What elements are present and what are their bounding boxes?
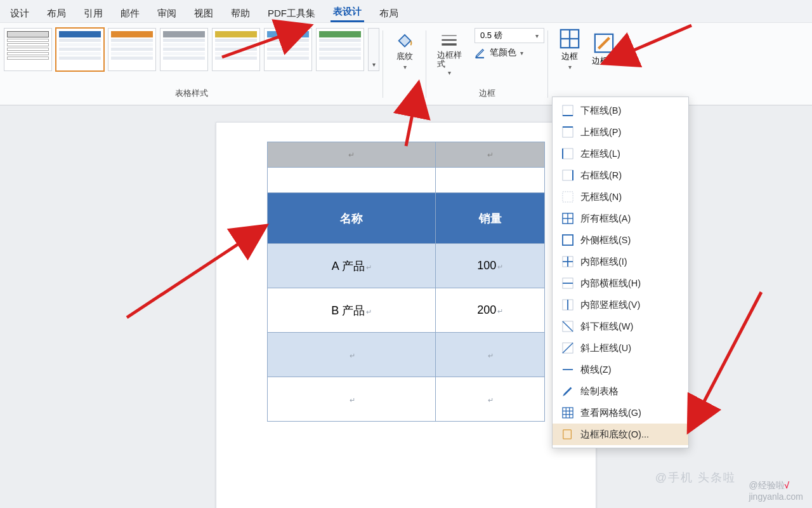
document-canvas[interactable]: ↵↵ 名称 销量 A 产品↵ 100↵ B 产品↵ 200↵ ↵↵ ↵↵: [0, 105, 812, 508]
tab-help[interactable]: 帮助: [228, 4, 252, 22]
svg-rect-14: [563, 170, 573, 180]
border-style-label: 边框样 式: [437, 51, 462, 68]
tab-view[interactable]: 视图: [192, 4, 216, 22]
table-style-yellow[interactable]: [212, 28, 260, 71]
menu-border-diag-down[interactable]: 斜下框线(W): [553, 316, 688, 337]
shading-label: 底纹: [396, 51, 413, 62]
chevron-down-icon: ▾: [535, 32, 539, 39]
header-cell[interactable]: 销量: [436, 193, 545, 244]
data-cell[interactable]: B 产品↵: [268, 288, 436, 333]
borders-split-label: 边框: [561, 51, 578, 62]
menu-border-inside[interactable]: 内部框线(I): [553, 251, 688, 272]
border-right-icon: [561, 169, 574, 182]
border-top-icon: [561, 126, 574, 138]
border-painter-button[interactable]: 边框刷: [589, 28, 619, 70]
border-painter-icon: [593, 32, 615, 54]
svg-rect-12: [563, 149, 573, 159]
tab-references[interactable]: 引用: [81, 4, 105, 22]
shading-button[interactable]: 底纹 ▾: [387, 28, 422, 73]
borders-split-button[interactable]: 边框 ▾: [554, 28, 585, 70]
borders-dialog-icon: [561, 428, 574, 441]
menu-border-diag-up[interactable]: 斜上框线(U): [553, 337, 688, 359]
border-none-icon: [561, 190, 574, 203]
group-label-borders: 边框: [479, 88, 495, 100]
table-row: ↵↵: [268, 142, 545, 168]
table-style-blue[interactable]: [56, 28, 104, 71]
tab-pdf-tools[interactable]: PDF工具集: [265, 4, 318, 22]
pen-weight-select[interactable]: 0.5 磅 ▾: [475, 28, 544, 43]
tab-table-layout[interactable]: 布局: [377, 4, 401, 22]
borders-grid-icon: [559, 28, 580, 50]
svg-rect-33: [563, 408, 573, 418]
watermark: @经验啦√ jingyanla.com: [749, 480, 803, 502]
border-inside-icon: [561, 255, 574, 268]
menu-draw-table[interactable]: 绘制表格: [553, 380, 688, 402]
chevron-down-icon: ▾: [448, 69, 451, 76]
data-cell[interactable]: 100↵: [436, 244, 545, 288]
svg-rect-8: [563, 105, 573, 116]
border-painter-label: 边框刷: [592, 55, 617, 67]
svg-rect-20: [563, 235, 573, 245]
svg-rect-16: [563, 192, 573, 202]
border-inside-h-icon: [561, 277, 574, 290]
svg-rect-3: [476, 57, 485, 58]
data-cell[interactable]: A 产品↵: [268, 244, 436, 288]
doc-table[interactable]: ↵↵ 名称 销量 A 产品↵ 100↵ B 产品↵ 200↵ ↵↵ ↵↵: [267, 142, 545, 422]
menu-border-left[interactable]: 左框线(L): [553, 143, 688, 164]
border-diag-up-icon: [561, 342, 574, 354]
menu-horizontal-line[interactable]: 横线(Z): [553, 359, 688, 380]
page: ↵↵ 名称 销量 A 产品↵ 100↵ B 产品↵ 200↵ ↵↵ ↵↵: [216, 122, 596, 508]
chevron-down-icon: ▾: [403, 64, 407, 70]
borders-dropdown-menu: 下框线(B) 上框线(P) 左框线(L) 右框线(R) 无框线(N) 所有框线(…: [552, 97, 689, 448]
header-cell[interactable]: 名称: [268, 193, 436, 244]
menu-borders-and-shading[interactable]: 边框和底纹(O)...: [553, 424, 688, 445]
pen-color-button[interactable]: 笔颜色 ▾: [475, 47, 523, 58]
table-style-plain[interactable]: [4, 28, 52, 71]
svg-rect-10: [563, 127, 573, 137]
svg-rect-38: [563, 430, 572, 439]
tab-layout[interactable]: 布局: [44, 4, 69, 22]
chevron-down-icon: ▾: [520, 50, 523, 57]
border-inside-v-icon: [561, 298, 574, 311]
menu-border-top[interactable]: 上框线(P): [553, 121, 688, 143]
tab-design[interactable]: 设计: [8, 4, 32, 22]
table-row: ↵↵: [268, 333, 545, 377]
table-style-more[interactable]: ▾: [368, 28, 379, 71]
table-row: [268, 168, 545, 193]
group-label-table-styles: 表格样式: [175, 88, 208, 100]
paint-bucket-icon: [395, 30, 414, 50]
menu-border-inside-h[interactable]: 内部横框线(H): [553, 272, 688, 294]
tab-table-design[interactable]: 表设计: [331, 2, 364, 22]
border-bottom-icon: [561, 104, 574, 117]
menu-border-bottom[interactable]: 下框线(B): [553, 100, 688, 121]
menu-border-inside-v[interactable]: 内部竖框线(V): [553, 294, 688, 316]
menu-border-right[interactable]: 右框线(R): [553, 164, 688, 186]
table-style-lightblue[interactable]: [264, 28, 312, 71]
tab-review[interactable]: 审阅: [155, 4, 179, 22]
tab-mailings[interactable]: 邮件: [118, 4, 142, 22]
table-row: ↵↵: [268, 377, 545, 422]
border-all-icon: [561, 212, 574, 225]
menu-border-all[interactable]: 所有框线(A): [553, 208, 688, 229]
border-style-button[interactable]: 边框样 式 ▾: [430, 28, 468, 79]
chevron-down-icon: ▾: [568, 64, 572, 70]
table-row: 名称 销量: [268, 193, 545, 244]
border-left-icon: [561, 147, 574, 160]
border-diag-down-icon: [561, 320, 574, 333]
table-style-green[interactable]: [316, 28, 364, 71]
pen-icon: [475, 47, 486, 58]
ribbon: ▾ 表格样式 底纹 ▾: [0, 23, 812, 105]
table-row: B 产品↵ 200↵: [268, 288, 545, 333]
watermark-faint: @手机 头条啦: [655, 470, 736, 485]
data-cell[interactable]: 200↵: [436, 288, 545, 333]
pencil-icon: [561, 385, 574, 398]
horizontal-line-icon: [561, 363, 574, 376]
table-row: A 产品↵ 100↵: [268, 244, 545, 288]
menu-view-gridlines[interactable]: 查看网格线(G): [553, 402, 688, 424]
menu-border-outside[interactable]: 外侧框线(S): [553, 229, 688, 251]
pen-color-label: 笔颜色: [490, 47, 516, 58]
border-style-icon: [440, 30, 459, 50]
table-style-gray[interactable]: [160, 28, 208, 71]
table-style-orange[interactable]: [108, 28, 156, 71]
menu-border-none[interactable]: 无框线(N): [553, 186, 688, 208]
